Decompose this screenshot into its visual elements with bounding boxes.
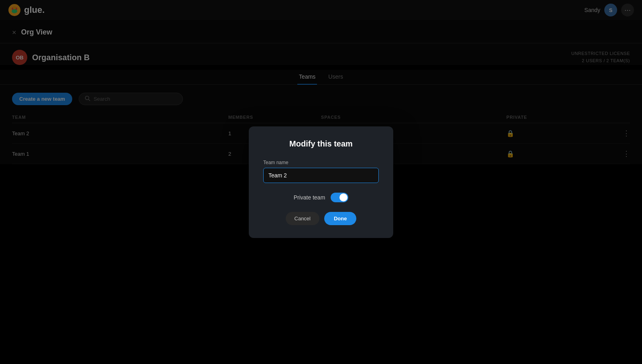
modal-actions: Cancel Done (263, 212, 379, 225)
modal-title: Modify this team (263, 139, 379, 148)
team-name-label: Team name (263, 160, 379, 165)
team-name-input[interactable] (263, 168, 379, 183)
private-team-toggle[interactable] (331, 193, 348, 202)
private-team-label: Private team (294, 194, 325, 201)
done-button[interactable]: Done (324, 212, 357, 225)
toggle-knob (339, 193, 347, 201)
modal-overlay: Modify this team Team name Private team … (0, 0, 642, 364)
team-name-field-group: Team name (263, 160, 379, 183)
modal: Modify this team Team name Private team … (249, 126, 393, 238)
cancel-button[interactable]: Cancel (286, 212, 319, 225)
private-team-toggle-row: Private team (263, 193, 379, 202)
